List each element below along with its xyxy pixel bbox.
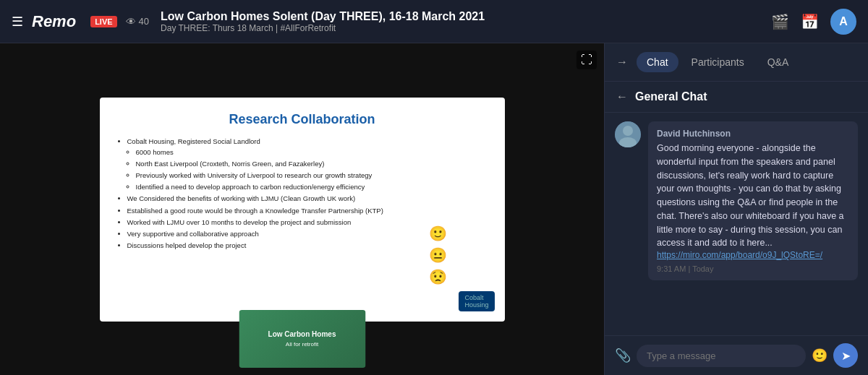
- slide-frame: Research Collaboration Cobalt Housing, R…: [100, 98, 505, 322]
- message-bubble: David Hutchinson Good morning everyone -…: [648, 121, 858, 280]
- header-actions: 🎬 📅 A: [771, 9, 856, 35]
- attach-icon[interactable]: 📎: [615, 348, 631, 363]
- user-avatar[interactable]: A: [830, 9, 856, 35]
- slide-bullet: Identified a need to develop approach to…: [136, 181, 488, 192]
- live-badge: LIVE: [90, 16, 116, 27]
- thumbnail-content: Low Carbon Homes All for retrofit: [239, 310, 365, 368]
- eye-icon: 👁: [126, 16, 136, 27]
- message-time: 9:31 AM | Today: [657, 264, 849, 273]
- camera-icon[interactable]: 🎬: [771, 13, 789, 30]
- send-button[interactable]: ➤: [833, 343, 858, 368]
- slide-bullet: Cobalt Housing, Registered Social Landlo…: [127, 136, 488, 193]
- chat-section-header: ← General Chat: [605, 82, 868, 113]
- header-title-block: Low Carbon Homes Solent (Day THREE), 16-…: [161, 10, 762, 33]
- slide-bullet: Established a good route would be throug…: [127, 205, 488, 216]
- header: ☰ Remo LIVE 👁 40 Low Carbon Homes Solent…: [0, 0, 868, 43]
- tab-participants[interactable]: Participants: [681, 52, 754, 72]
- message-item: David Hutchinson Good morning everyone -…: [615, 121, 858, 280]
- send-icon: ➤: [841, 349, 851, 363]
- slide-title: Research Collaboration: [117, 112, 488, 127]
- chat-section-title: General Chat: [635, 90, 707, 103]
- fullscreen-button[interactable]: ⛶: [576, 51, 597, 69]
- slide-icons: 🙂 😐 😟: [429, 225, 447, 285]
- video-area: ⛶ Research Collaboration Cobalt Housing,…: [0, 43, 604, 375]
- chat-input[interactable]: [637, 345, 806, 367]
- svg-point-1: [623, 126, 633, 136]
- slide-bullet: 6000 homes: [136, 147, 488, 158]
- emoji-icon[interactable]: 🙂: [812, 348, 827, 363]
- calendar-icon[interactable]: 📅: [801, 13, 819, 30]
- event-subtitle: Day THREE: Thurs 18 March | #AllForRetro…: [161, 23, 762, 33]
- smiley-sad: 😐: [429, 246, 447, 264]
- slide-bullet: We Considered the benefits of working wi…: [127, 193, 488, 204]
- tab-qa[interactable]: Q&A: [757, 52, 799, 72]
- viewer-count: 👁 40: [126, 16, 149, 27]
- avatar-image: [615, 121, 641, 147]
- viewer-number: 40: [139, 16, 149, 27]
- message-link[interactable]: https://miro.com/app/board/o9J_lQStoRE=/: [657, 250, 849, 260]
- message-avatar: [615, 121, 641, 147]
- slide-logo: Cobalt Housing: [459, 291, 494, 311]
- message-text: Good morning everyone - alongside the wo…: [657, 142, 849, 250]
- tabs-collapse-arrow[interactable]: →: [616, 56, 628, 69]
- chat-input-area: 📎 🙂 ➤: [605, 335, 868, 375]
- tab-chat[interactable]: Chat: [637, 52, 678, 72]
- chat-panel: → Chat Participants Q&A ← General Chat D…: [604, 43, 868, 375]
- smiley-neutral: 🙂: [429, 225, 447, 242]
- menu-icon[interactable]: ☰: [12, 14, 23, 30]
- event-title: Low Carbon Homes Solent (Day THREE), 16-…: [161, 10, 762, 23]
- message-sender: David Hutchinson: [657, 129, 849, 139]
- thumbnail-strip: Low Carbon Homes All for retrofit: [239, 310, 365, 368]
- back-arrow-icon[interactable]: ←: [616, 90, 628, 103]
- chat-messages: David Hutchinson Good morning everyone -…: [605, 113, 868, 335]
- logo: Remo: [32, 12, 76, 31]
- slide-bullet: Previously worked with University of Liv…: [136, 170, 488, 181]
- smiley-very-sad: 😟: [429, 268, 447, 285]
- main-content: ⛶ Research Collaboration Cobalt Housing,…: [0, 43, 868, 375]
- slide-bullet: North East Liverpool (Croxteth, Norris G…: [136, 158, 488, 169]
- chat-tabs: → Chat Participants Q&A: [605, 43, 868, 82]
